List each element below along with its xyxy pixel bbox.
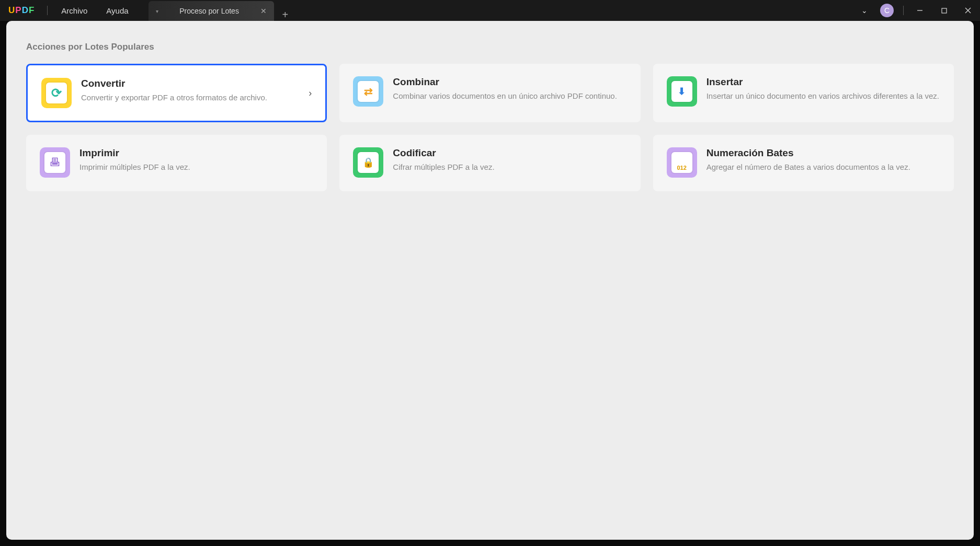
encrypt-icon — [353, 147, 383, 178]
card-body: Combinar Combinar varios documentos en u… — [393, 76, 626, 101]
card-insert[interactable]: Insertar Insertar un único documento en … — [653, 64, 954, 122]
print-icon — [40, 147, 70, 178]
tab-bar: ▾ Proceso por Lotes ✕ + — [149, 0, 297, 21]
minimize-icon — [917, 7, 923, 14]
card-desc: Combinar varios documentos en un único a… — [393, 91, 626, 101]
tab-label: Proceso por Lotes — [179, 7, 239, 15]
card-body: Imprimir Imprimir múltiples PDF a la vez… — [79, 147, 313, 172]
content-area: Acciones por Lotes Populares Convertir C… — [0, 21, 980, 546]
card-title: Codificar — [393, 147, 626, 159]
card-title: Imprimir — [79, 147, 313, 159]
tab-batch-process[interactable]: ▾ Proceso por Lotes ✕ — [149, 1, 274, 21]
card-title: Insertar — [706, 76, 940, 88]
card-desc: Convertir y exportar PDF a otros formato… — [81, 92, 299, 103]
close-icon — [965, 7, 971, 14]
card-desc: Imprimir múltiples PDF a la vez. — [79, 162, 313, 172]
card-convert[interactable]: Convertir Convertir y exportar PDF a otr… — [26, 64, 327, 122]
card-encrypt[interactable]: Codificar Cifrar múltiples PDF a la vez. — [339, 135, 640, 191]
batch-page: Acciones por Lotes Populares Convertir C… — [6, 21, 974, 540]
card-title: Numeración Bates — [706, 147, 940, 159]
card-body: Convertir Convertir y exportar PDF a otr… — [81, 78, 299, 103]
card-bates[interactable]: 012 Numeración Bates Agregar el número d… — [653, 135, 954, 191]
minimize-button[interactable] — [908, 0, 932, 21]
combine-icon — [353, 76, 383, 107]
divider — [903, 6, 904, 15]
card-body: Insertar Insertar un único documento en … — [706, 76, 940, 101]
window-controls — [908, 0, 980, 21]
svg-rect-1 — [942, 8, 947, 13]
card-body: Numeración Bates Agregar el número de Ba… — [706, 147, 940, 172]
new-tab-button[interactable]: + — [274, 9, 297, 21]
tab-dropdown-icon[interactable]: ▾ — [156, 8, 158, 14]
divider — [47, 6, 48, 15]
close-button[interactable] — [956, 0, 980, 21]
card-grid: Convertir Convertir y exportar PDF a otr… — [26, 64, 954, 191]
user-avatar[interactable]: C — [880, 4, 894, 17]
card-title: Combinar — [393, 76, 626, 88]
card-desc: Agregar el número de Bates a varios docu… — [706, 162, 940, 172]
card-desc: Insertar un único documento en varios ar… — [706, 91, 940, 101]
convert-icon — [41, 78, 72, 108]
maximize-button[interactable] — [932, 0, 956, 21]
close-tab-icon[interactable]: ✕ — [260, 7, 267, 15]
chevron-right-icon: › — [309, 88, 312, 99]
card-body: Codificar Cifrar múltiples PDF a la vez. — [393, 147, 626, 172]
chevron-down-icon[interactable]: ⌄ — [854, 6, 875, 15]
card-title: Convertir — [81, 78, 299, 89]
maximize-icon — [941, 8, 947, 14]
card-combine[interactable]: Combinar Combinar varios documentos en u… — [339, 64, 640, 122]
menu-help[interactable]: Ayuda — [97, 6, 138, 15]
bates-icon: 012 — [667, 147, 697, 178]
titlebar: UPDF Archivo Ayuda ▾ Proceso por Lotes ✕… — [0, 0, 980, 21]
insert-icon — [667, 76, 697, 107]
card-desc: Cifrar múltiples PDF a la vez. — [393, 162, 626, 172]
section-title: Acciones por Lotes Populares — [26, 42, 954, 52]
app-logo[interactable]: UPDF — [0, 5, 43, 16]
menu-file[interactable]: Archivo — [52, 6, 97, 15]
bates-number-label: 012 — [671, 152, 692, 173]
card-print[interactable]: Imprimir Imprimir múltiples PDF a la vez… — [26, 135, 327, 191]
